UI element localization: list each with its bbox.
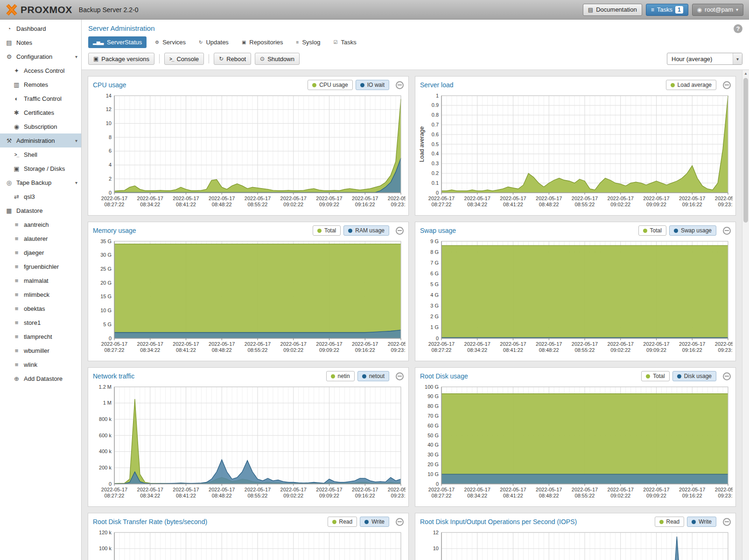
- help-button[interactable]: ?: [734, 24, 742, 33]
- legend-total[interactable]: Total: [638, 225, 666, 236]
- sidebar-item-fgruenbichler[interactable]: ≡fgruenbichler: [0, 259, 81, 273]
- sidebar-item-traffic-control[interactable]: ◐Traffic Control: [0, 91, 81, 105]
- collapse-panel-button[interactable]: [723, 518, 731, 526]
- sidebar-item-storage-disks[interactable]: ▣Storage / Disks: [0, 161, 81, 175]
- console-button[interactable]: >_Console: [164, 53, 204, 65]
- svg-text:2022-05-17: 2022-05-17: [572, 341, 598, 347]
- sidebar-item-obektas[interactable]: ≡obektas: [0, 301, 81, 315]
- legend-cpu-usage[interactable]: CPU usage: [308, 80, 352, 90]
- legend-read[interactable]: Read: [328, 517, 357, 527]
- sidebar-item-tlamprecht[interactable]: ≡tlamprecht: [0, 329, 81, 343]
- tasks-button[interactable]: ≡ Tasks 1: [646, 4, 688, 16]
- sidebar-item-wlink[interactable]: ≡wlink: [0, 357, 81, 371]
- collapse-panel-button[interactable]: [396, 518, 404, 526]
- combo-trigger[interactable]: ▾: [733, 53, 742, 64]
- svg-text:600 k: 600 k: [99, 433, 112, 438]
- legend-write[interactable]: Write: [360, 517, 389, 527]
- network-panel: Network trafficnetinnetout0200 k400 k600…: [88, 367, 409, 507]
- svg-text:1.2 M: 1.2 M: [98, 384, 112, 390]
- sidebar-item-remotes[interactable]: ▥Remotes: [0, 77, 81, 91]
- expand-caret-icon[interactable]: ▾: [75, 138, 77, 143]
- svg-text:08:34:22: 08:34:22: [467, 347, 487, 353]
- svg-text:08:41:22: 08:41:22: [503, 202, 523, 207]
- blue-series-dot-icon: [364, 520, 369, 524]
- collapse-panel-button[interactable]: [723, 227, 731, 235]
- svg-text:2022-05-17: 2022-05-17: [608, 196, 634, 201]
- sidebar-item-add-datastore[interactable]: ⊕Add Datastore: [0, 371, 81, 385]
- collapse-panel-button[interactable]: [396, 372, 404, 380]
- tab-serverstatus[interactable]: ▂▅▃ServerStatus: [88, 36, 147, 48]
- button-label: Console: [176, 56, 199, 63]
- tab-syslog[interactable]: ≡Syslog: [292, 36, 325, 48]
- expand-caret-icon[interactable]: ▾: [75, 54, 77, 59]
- vertical-scrollbar[interactable]: ▲: [742, 70, 749, 560]
- blue-series-dot-icon: [674, 229, 678, 233]
- sidebar-item-tape-backup[interactable]: ◎Tape Backup▾: [0, 175, 81, 189]
- green-series-dot-icon: [317, 229, 322, 233]
- sidebar-item-wbumiller[interactable]: ≡wbumiller: [0, 343, 81, 357]
- tab-services[interactable]: ⚙Services: [150, 36, 190, 48]
- sidebar-item-datastore[interactable]: ▦Datastore: [0, 203, 81, 217]
- swap-panel-header: Swap usageTotalSwap usage: [415, 222, 735, 238]
- legend-load-average[interactable]: Load average: [666, 80, 716, 90]
- svg-text:08:48:22: 08:48:22: [539, 202, 559, 207]
- svg-text:0.3: 0.3: [432, 161, 439, 166]
- scrollbar-thumb[interactable]: [743, 78, 748, 223]
- legend-netin[interactable]: netin: [326, 371, 355, 381]
- iops-chart: 0246810122022-05-1708:27:222022-05-1708:…: [418, 529, 733, 560]
- sidebar-item-malmalat[interactable]: ≡malmalat: [0, 273, 81, 287]
- sidebar-item-access-control[interactable]: ✦Access Control: [0, 63, 81, 77]
- legend-total[interactable]: Total: [641, 371, 669, 381]
- sidebar-item-mlimbeck[interactable]: ≡mlimbeck: [0, 287, 81, 301]
- legend-total[interactable]: Total: [313, 225, 341, 236]
- sidebar-item-subscription[interactable]: ◉Subscription: [0, 119, 81, 133]
- package-versions-button[interactable]: ▣Package versions: [88, 53, 154, 65]
- collapse-panel-button[interactable]: [396, 227, 404, 235]
- collapse-panel-button[interactable]: [396, 81, 404, 89]
- sidebar-item-qsl3[interactable]: ⇄qsl3: [0, 189, 81, 203]
- legend-write[interactable]: Write: [687, 517, 716, 527]
- sidebar-item-label: Storage / Disks: [24, 165, 65, 172]
- sidebar-item-store1[interactable]: ≡store1: [0, 315, 81, 329]
- sidebar-item-djaeger[interactable]: ≡djaeger: [0, 245, 81, 259]
- sidebar-item-configuration[interactable]: ⚙Configuration▾: [0, 49, 81, 63]
- svg-text:08:27:22: 08:27:22: [105, 493, 125, 498]
- blue-series-dot-icon: [677, 374, 681, 378]
- sidebar-item-label: Configuration: [16, 53, 52, 60]
- load-panel-header: Server loadLoad average: [415, 77, 735, 92]
- svg-text:2022-05-17: 2022-05-17: [352, 487, 378, 492]
- user-label: root@pam: [705, 6, 733, 13]
- sidebar-item-alauterer[interactable]: ≡alauterer: [0, 231, 81, 245]
- svg-text:15 G: 15 G: [100, 294, 112, 299]
- legend-io-wait[interactable]: IO wait: [356, 80, 389, 90]
- sidebar-item-notes[interactable]: ▤Notes: [0, 35, 81, 49]
- legend-ram-usage[interactable]: RAM usage: [343, 225, 389, 236]
- sidebar-item-label: malmalat: [24, 277, 49, 284]
- sidebar-item-shell[interactable]: >_Shell: [0, 147, 81, 161]
- sidebar-item-certificates[interactable]: ✱Certificates: [0, 105, 81, 119]
- reboot-button[interactable]: ↻Reboot: [214, 53, 251, 65]
- expand-caret-icon[interactable]: ▾: [75, 180, 77, 185]
- legend-netout[interactable]: netout: [357, 371, 389, 381]
- db-icon: ≡: [12, 221, 21, 228]
- legend-disk-usage[interactable]: Disk usage: [672, 371, 716, 381]
- sidebar-item-aantreich[interactable]: ≡aantreich: [0, 217, 81, 231]
- tab-repositories[interactable]: ▣Repositories: [237, 36, 288, 48]
- sidebar-item-dashboard[interactable]: ◔Dashboard: [0, 21, 81, 35]
- scroll-up-arrow-icon[interactable]: ▲: [742, 70, 749, 77]
- svg-text:0: 0: [436, 481, 439, 487]
- collapse-panel-button[interactable]: [723, 81, 731, 89]
- legend-read[interactable]: Read: [655, 517, 685, 527]
- sidebar-item-administration[interactable]: ⚒Administration▾: [0, 133, 81, 147]
- collapse-panel-button[interactable]: [723, 372, 731, 380]
- time-range-select[interactable]: Hour (average) ▾: [667, 53, 742, 65]
- cpu-panel: CPU usageCPU usageIO wait024681012142022…: [88, 76, 409, 216]
- tab-tasks[interactable]: ☑Tasks: [329, 36, 361, 48]
- user-menu-button[interactable]: ◉ root@pam ▾: [692, 4, 743, 16]
- tab-updates[interactable]: ↻Updates: [194, 36, 233, 48]
- legend-swap-usage[interactable]: Swap usage: [669, 225, 716, 236]
- documentation-button[interactable]: ▤ Documentation: [583, 4, 642, 16]
- shutdown-button[interactable]: ⊙Shutdown: [255, 53, 300, 65]
- sidebar-tree: ◔Dashboard▤Notes⚙Configuration▾✦Access C…: [0, 21, 81, 385]
- svg-text:2022-05-17: 2022-05-17: [608, 341, 634, 347]
